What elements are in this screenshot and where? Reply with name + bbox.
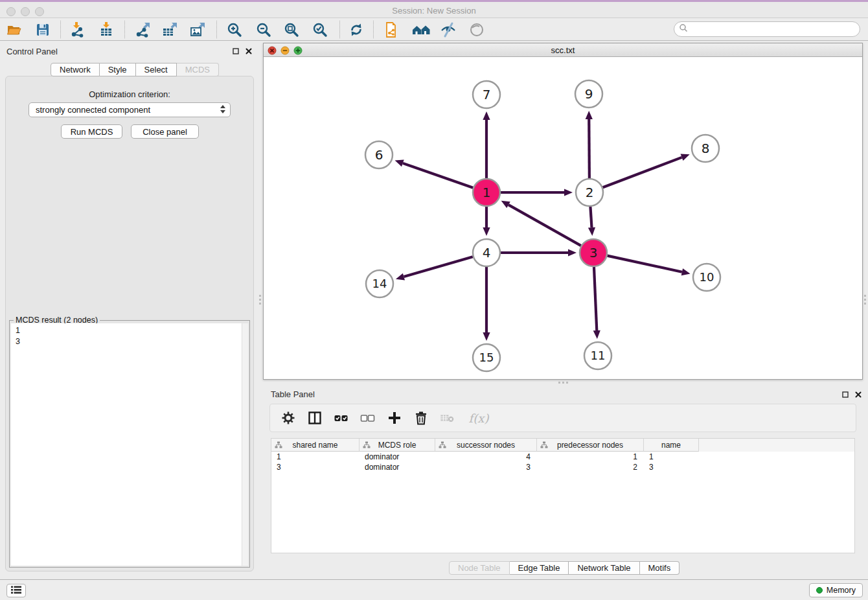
mcds-result-text[interactable]: 1 3 <box>11 323 242 566</box>
node-label-10: 10 <box>700 270 714 284</box>
add-row-icon[interactable] <box>387 410 402 426</box>
edge-1-6[interactable] <box>403 163 473 188</box>
tab-edge-table[interactable]: Edge Table <box>510 561 569 575</box>
control-panel-title: Control Panel <box>6 47 58 56</box>
import-network-icon[interactable] <box>68 21 86 39</box>
import-table-icon[interactable] <box>97 21 115 39</box>
search-input[interactable] <box>674 21 860 37</box>
hide-graphics-icon[interactable] <box>439 21 457 39</box>
float-panel-icon[interactable] <box>232 47 240 55</box>
cell-shared-name: 1 <box>271 452 360 462</box>
edge-4-14[interactable] <box>404 257 472 277</box>
node-label-6: 6 <box>375 147 383 163</box>
node-label-8: 8 <box>702 141 710 156</box>
network-view-titlebar: scc.txt <box>264 43 862 57</box>
bottom-split-handle[interactable] <box>558 382 568 384</box>
edge-arrowhead <box>586 111 593 119</box>
memory-label: Memory <box>827 586 856 595</box>
close-panel-button[interactable]: Close panel <box>131 124 199 139</box>
table-row[interactable]: 3dominator323 <box>271 462 854 472</box>
tab-network[interactable]: Network <box>51 63 100 76</box>
tab-style[interactable]: Style <box>100 63 136 76</box>
zoom-out-icon[interactable] <box>255 21 273 39</box>
titlebar: Session: New Session <box>0 2 868 18</box>
tab-mcds[interactable]: MCDS <box>177 63 219 76</box>
node-label-2: 2 <box>586 185 594 200</box>
network-graph[interactable]: 7968124314101511 <box>264 57 862 379</box>
node-label-14: 14 <box>372 277 387 290</box>
edge-2-9[interactable] <box>589 119 589 178</box>
column-header-shared-name[interactable]: shared name <box>271 439 360 452</box>
edge-3-1[interactable] <box>508 205 581 246</box>
export-image-icon[interactable] <box>188 21 207 39</box>
network-canvas[interactable]: 7968124314101511 <box>264 57 862 379</box>
refresh-layout-icon[interactable] <box>347 21 365 39</box>
select-all-icon[interactable] <box>334 410 349 426</box>
float-table-panel-icon[interactable] <box>841 391 849 398</box>
table-panel-title: Table Panel <box>271 389 315 399</box>
tab-select[interactable]: Select <box>136 63 177 76</box>
export-network-icon[interactable] <box>133 21 152 39</box>
node-label-9: 9 <box>585 86 593 102</box>
edge-2-3[interactable] <box>590 207 591 227</box>
column-header-successor-nodes[interactable]: successor nodes <box>435 439 537 452</box>
table-header-row: shared nameMCDS rolesuccessor nodesprede… <box>271 439 854 452</box>
edge-2-8[interactable] <box>603 157 682 187</box>
zoom-fit-icon[interactable] <box>282 21 301 39</box>
cell-shared-name: 3 <box>271 462 360 472</box>
criterion-select[interactable]: strongly connected component <box>29 102 231 117</box>
zoom-in-icon[interactable] <box>225 21 244 39</box>
column-header-mcds-role[interactable]: MCDS role <box>360 439 435 452</box>
edge-3-10[interactable] <box>607 256 681 272</box>
toolbar-separator <box>339 21 340 38</box>
home-icon[interactable] <box>411 21 433 39</box>
table-row[interactable]: 1dominator411 <box>271 452 854 462</box>
toolbar-separator <box>124 21 125 38</box>
node-label-3: 3 <box>589 245 598 260</box>
column-header-name[interactable]: name <box>644 439 699 452</box>
left-split-handle[interactable] <box>259 295 261 305</box>
task-history-button[interactable] <box>6 584 26 597</box>
chevron-up-down-icon <box>220 105 225 113</box>
status-bar: Memory <box>0 579 868 600</box>
optimization-criterion-label: Optimization criterion: <box>0 89 259 99</box>
run-mcds-button[interactable]: Run MCDS <box>61 124 122 139</box>
edge-3-11[interactable] <box>594 267 597 330</box>
memory-status-icon <box>816 587 823 594</box>
tab-network-table[interactable]: Network Table <box>569 561 639 575</box>
right-split-handle[interactable] <box>864 295 866 305</box>
show-columns-icon[interactable] <box>307 410 323 426</box>
main-toolbar <box>0 18 868 41</box>
open-file-icon[interactable] <box>5 21 23 39</box>
tab-node-table[interactable]: Node Table <box>449 561 510 575</box>
deselect-all-icon[interactable] <box>360 410 376 426</box>
toolbar-separator <box>60 21 61 38</box>
list-icon <box>11 585 21 597</box>
column-header-predecessor-nodes[interactable]: predecessor nodes <box>537 439 644 452</box>
node-label-7: 7 <box>483 87 491 102</box>
edge-arrowhead <box>483 332 490 341</box>
table-options-gear-icon[interactable] <box>280 410 296 426</box>
node-label-4: 4 <box>483 245 491 260</box>
edge-arrowhead <box>483 111 490 120</box>
result-scrollbar[interactable] <box>242 323 248 566</box>
clone-network-icon[interactable] <box>382 21 400 39</box>
zoom-selected-icon[interactable] <box>311 21 329 39</box>
delete-row-icon[interactable] <box>413 410 429 426</box>
memory-button[interactable]: Memory <box>809 583 863 597</box>
window-title: Session: New Session <box>0 6 868 16</box>
save-session-icon[interactable] <box>34 21 52 39</box>
function-builder-icon: f(x) <box>466 410 491 426</box>
cell-mcds-role: dominator <box>360 452 435 462</box>
control-panel-tabs: NetworkStyleSelectMCDS <box>51 63 219 76</box>
edge-arrowhead <box>568 249 577 256</box>
close-table-panel-icon[interactable] <box>854 391 862 398</box>
tab-motifs[interactable]: Motifs <box>640 561 680 575</box>
birds-eye-icon[interactable] <box>468 21 486 39</box>
close-panel-icon[interactable] <box>245 47 253 55</box>
table-panel: Table Panel <box>263 386 863 561</box>
export-table-icon[interactable] <box>161 21 179 39</box>
edge-arrowhead <box>483 227 490 236</box>
edge-arrowhead <box>395 160 404 167</box>
search-icon <box>679 23 688 35</box>
